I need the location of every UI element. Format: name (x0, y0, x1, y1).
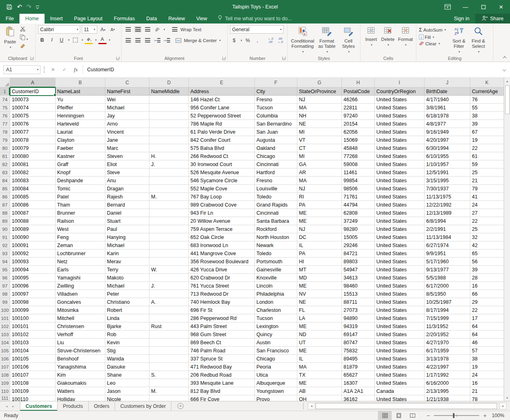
cell-A81[interactable]: 100080 (10, 152, 55, 160)
cell-D108[interactable]: S. (149, 371, 189, 379)
cell-I108[interactable]: United States (375, 371, 425, 379)
cell-K111[interactable]: 78 (470, 395, 504, 401)
cell-E85[interactable]: 552 Maple Cove (189, 185, 255, 193)
cell-G106[interactable]: IL (297, 355, 342, 363)
tab-data[interactable]: Data (141, 14, 162, 23)
cell-H88[interactable]: 62808 (342, 209, 375, 217)
cell-H87[interactable]: 44794 (342, 201, 375, 209)
tab-split-handle[interactable] (303, 403, 304, 409)
cell-C111[interactable]: Nicole (105, 395, 149, 401)
cell-K82[interactable]: 59 (470, 160, 504, 168)
cell-I74[interactable]: United States (375, 96, 425, 104)
row-header-86[interactable]: 86 (0, 193, 10, 201)
cell-I79[interactable]: United States (375, 136, 425, 144)
cell-D85[interactable] (149, 185, 189, 193)
cell-I85[interactable]: United States (375, 185, 425, 193)
cell-K94[interactable]: 56 (470, 258, 504, 266)
cell-J103[interactable]: 2/20/1952 (425, 330, 470, 339)
cell-C88[interactable]: Daniel (105, 209, 149, 217)
cell-J94[interactable]: 5/17/1960 (425, 258, 470, 266)
cell-K88[interactable]: 27 (470, 209, 504, 217)
cell-E94[interactable]: 356 Rosewood Boulevard (189, 258, 255, 266)
cell-G100[interactable]: FL (297, 306, 342, 314)
cancel-entry-icon[interactable]: ✕ (48, 65, 58, 74)
cell-K108[interactable]: 24 (470, 371, 504, 379)
cell-G84[interactable]: MA (297, 177, 342, 185)
cell-A99[interactable]: 100098 (10, 298, 55, 306)
cell-C98[interactable]: Peter (105, 290, 149, 298)
cell-I101[interactable]: United States (375, 314, 425, 322)
cell-E77[interactable]: 786 Maple Rd (189, 120, 255, 128)
cell-A77[interactable]: 100076 (10, 120, 55, 128)
row-header-102[interactable]: 102 (0, 322, 10, 330)
row-header-85[interactable]: 85 (0, 185, 10, 193)
cell-B85[interactable]: Tomic (55, 185, 105, 193)
cell-A93[interactable]: 100092 (10, 249, 55, 258)
cell-K100[interactable]: 22 (470, 306, 504, 314)
cell-G82[interactable]: GA (297, 160, 342, 168)
cell-J86[interactable]: 11/13/1975 (425, 193, 470, 201)
cell-E97[interactable]: 761 Yucca Street (189, 282, 255, 290)
copy-icon[interactable]: ▾ (20, 34, 28, 42)
cell-J77[interactable]: 4/8/1977 (425, 120, 470, 128)
row-header-110[interactable]: 110 (0, 387, 10, 395)
cell-C75[interactable]: Michael (105, 104, 149, 112)
cell-G99[interactable]: NE (297, 298, 342, 306)
cell-A109[interactable]: 100108 (10, 379, 55, 387)
cell-C77[interactable]: Arno (105, 120, 149, 128)
cell-J85[interactable]: 7/30/1937 (425, 185, 470, 193)
collapse-ribbon-icon[interactable] (503, 56, 506, 60)
cell-B87[interactable]: Tham (55, 201, 105, 209)
cell-C92[interactable]: Michael (105, 241, 149, 249)
row-header-74[interactable]: 74 (0, 96, 10, 104)
cell-D83[interactable] (149, 168, 189, 177)
font-dialog-launcher-icon[interactable] (116, 57, 119, 60)
cell-D94[interactable] (149, 258, 189, 266)
row-header-93[interactable]: 93 (0, 249, 10, 258)
cell-I95[interactable]: United States (375, 266, 425, 274)
currency-format-icon[interactable]: $ (230, 36, 238, 45)
cell-C101[interactable]: Linda (105, 314, 149, 322)
cell-H109[interactable]: 16307 (342, 379, 375, 387)
row-header-91[interactable]: 91 (0, 233, 10, 241)
customize-quick-access-icon[interactable] (36, 6, 39, 9)
cell-E100[interactable]: 696 Fir St (189, 306, 255, 314)
row-header-95[interactable]: 95 (0, 266, 10, 274)
minimize-button[interactable]: — (457, 0, 474, 14)
cell-K81[interactable]: 61 (470, 152, 504, 160)
cell-F78[interactable]: San Juan (255, 128, 297, 136)
cell-J78[interactable]: 9/16/1949 (425, 128, 470, 136)
cell-K101[interactable]: 17 (470, 314, 504, 322)
cell-A95[interactable]: 100094 (10, 266, 55, 274)
row-header-101[interactable]: 101 (0, 314, 10, 322)
cell-G98[interactable]: NV (297, 290, 342, 298)
cell-D93[interactable] (149, 249, 189, 258)
cell-D109[interactable] (149, 379, 189, 387)
cell-H75[interactable]: 22811 (342, 104, 375, 112)
cell-D106[interactable] (149, 355, 189, 363)
cell-B75[interactable]: Pfeiffer (55, 104, 105, 112)
tab-formulas[interactable]: Formulas (108, 14, 141, 23)
cell-C105[interactable]: Stig (105, 347, 149, 355)
cell-C93[interactable]: Karin (105, 249, 149, 258)
cell-H105[interactable]: 75832 (342, 347, 375, 355)
cell-I111[interactable]: United States (375, 395, 425, 401)
row-header-78[interactable]: 78 (0, 128, 10, 136)
cell-D99[interactable]: A. (149, 298, 189, 306)
format-cells-button[interactable]: Format ▾ (397, 25, 414, 55)
page-layout-view-icon[interactable] (392, 411, 405, 420)
cell-A76[interactable]: 100075 (10, 112, 55, 120)
cell-H97[interactable]: 98460 (342, 282, 375, 290)
cell-B107[interactable]: Yanagishima (55, 363, 105, 371)
cell-D74[interactable] (149, 96, 189, 104)
conditional-formatting-button[interactable]: ≠ Conditional Formatting ▾ (290, 25, 315, 55)
align-top-icon[interactable] (124, 25, 132, 34)
cell-G80[interactable]: CT (297, 144, 342, 152)
cell-F1[interactable]: City (255, 87, 297, 96)
row-header-76[interactable]: 76 (0, 112, 10, 120)
cell-C96[interactable]: Makoto (105, 274, 149, 282)
cell-F104[interactable]: Austin (255, 339, 297, 347)
cell-K103[interactable]: 64 (470, 330, 504, 339)
cell-G94[interactable]: HI (297, 258, 342, 266)
sheet-tab-customers-by-order[interactable]: Customers by Order (115, 401, 172, 411)
